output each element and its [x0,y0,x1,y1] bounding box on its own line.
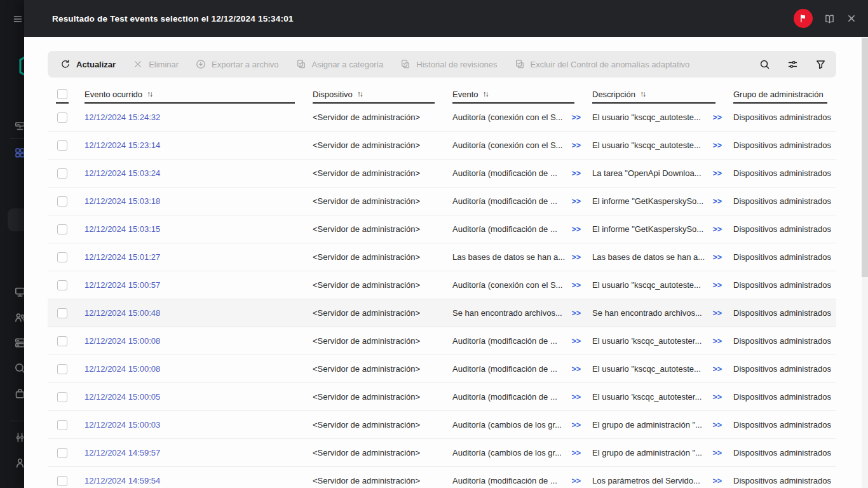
expand-description-link[interactable]: >> [707,281,722,290]
toolbar-button-excluir-del-control-de-anomalías-adaptativo[interactable]: Excluir del Control de anomalías adaptat… [515,59,690,69]
expand-description-link[interactable]: >> [707,253,722,262]
description-cell: El informe "GetKasperskySo...>> [583,196,724,206]
expand-event-link[interactable]: >> [566,449,581,458]
event-time-link[interactable]: 12/12/2024 15:24:32 [85,112,160,122]
event-time-link[interactable]: 12/12/2024 15:00:48 [85,308,160,318]
expand-event-link[interactable]: >> [566,281,581,290]
admin-group-cell: Dispositivos administrados [724,168,836,178]
filter-funnel-icon[interactable] [815,59,826,70]
scrollbar-track[interactable] [862,37,868,488]
column-header-descripción[interactable]: Descripción↑↓ [583,86,724,104]
expand-description-link[interactable]: >> [707,309,722,318]
event-time-link[interactable]: 12/12/2024 15:00:05 [85,392,160,402]
toolbar-button-label: Excluir del Control de anomalías adaptat… [531,60,690,69]
clipboard-check-icon [515,59,525,69]
description-cell: El usuario 'kscqc_autotester...>> [583,392,724,402]
expand-description-link[interactable]: >> [707,337,722,346]
expand-event-link[interactable]: >> [566,113,581,122]
expand-event-link[interactable]: >> [566,337,581,346]
row-checkbox[interactable] [57,448,67,458]
table-row: 12/12/2024 15:00:08<Servidor de administ… [48,327,836,355]
clipboard-check-icon [296,59,306,69]
event-cell: Auditoría (conexión con el S...>> [444,280,583,290]
close-icon[interactable] [846,13,857,24]
event-time-link[interactable]: 12/12/2024 15:00:08 [85,364,160,374]
column-label: Dispositivo [313,90,353,99]
event-cell: Las bases de datos se han a...>> [444,252,583,262]
event-time-link[interactable]: 12/12/2024 15:00:03 [85,420,160,430]
expand-event-link[interactable]: >> [566,225,581,234]
toolbar-button-eliminar[interactable]: Eliminar [133,59,179,69]
row-checkbox[interactable] [57,392,67,402]
row-checkbox[interactable] [57,252,67,262]
search-icon[interactable] [759,59,770,70]
scrollbar-thumb[interactable] [862,38,868,277]
event-time-link[interactable]: 12/12/2024 15:23:14 [85,140,160,150]
expand-description-link[interactable]: >> [707,225,722,234]
expand-description-link[interactable]: >> [707,169,722,178]
expand-description-link[interactable]: >> [707,421,722,430]
expand-description-link[interactable]: >> [707,197,722,206]
expand-description-link[interactable]: >> [707,365,722,374]
toolbar-button-asignar-a-categoría[interactable]: Asignar a categoría [296,59,384,69]
expand-description-link[interactable]: >> [707,449,722,458]
toolbar-button-actualizar[interactable]: Actualizar [60,59,116,69]
device-cell: <Servidor de administración> [304,308,444,318]
expand-event-link[interactable]: >> [566,421,581,430]
sidebar-item-menu[interactable] [13,14,23,24]
sort-arrows-icon: ↑↓ [640,90,645,98]
expand-event-link[interactable]: >> [566,393,581,402]
toolbar-button-exportar-a-archivo[interactable]: Exportar a archivo [196,59,279,69]
row-checkbox[interactable] [57,280,67,290]
event-time-link[interactable]: 12/12/2024 14:59:57 [85,448,160,458]
event-text: Auditoría (modificación de ... [452,476,557,485]
expand-description-link[interactable]: >> [707,141,722,150]
help-book-icon[interactable] [824,13,835,24]
expand-event-link[interactable]: >> [566,365,581,374]
settings-sliders-icon[interactable] [787,59,798,70]
event-time-link[interactable]: 12/12/2024 15:03:24 [85,168,160,178]
column-header-dispositivo[interactable]: Dispositivo↑↓ [304,86,444,104]
event-time-link[interactable]: 12/12/2024 15:00:57 [85,280,160,290]
expand-description-link[interactable]: >> [707,477,722,485]
event-time-link[interactable]: 12/12/2024 15:03:15 [85,224,160,234]
description-cell: Los parámetros del Servido...>> [583,476,724,485]
event-time-link[interactable]: 12/12/2024 14:59:54 [85,476,160,485]
notifications-flag-badge[interactable] [794,9,813,28]
event-time-cell: 12/12/2024 15:03:18 [75,196,304,206]
row-checkbox[interactable] [57,224,67,234]
column-header-evento[interactable]: Evento↑↓ [444,86,583,104]
event-time-link[interactable]: 12/12/2024 15:01:27 [85,252,160,262]
expand-event-link[interactable]: >> [566,253,581,262]
row-checkbox[interactable] [57,196,67,207]
expand-event-link[interactable]: >> [566,169,581,178]
expand-event-link[interactable]: >> [566,197,581,206]
expand-event-link[interactable]: >> [566,477,581,485]
event-cell: Auditoría (modificación de ...>> [444,476,583,485]
row-checkbox[interactable] [57,308,67,318]
help-book-icon [824,15,835,26]
event-time-link[interactable]: 12/12/2024 15:00:08 [85,336,160,346]
row-checkbox[interactable] [57,420,67,430]
expand-event-link[interactable]: >> [566,141,581,150]
expand-description-link[interactable]: >> [707,113,722,122]
row-checkbox[interactable] [57,112,67,123]
event-cell: Auditoría (modificación de ...>> [444,364,583,374]
column-header-grupo-de-administración[interactable]: Grupo de administración↑ [724,86,836,104]
description-text: Las bases de datos se han a... [592,252,705,262]
device-cell: <Servidor de administración> [304,112,444,122]
row-checkbox[interactable] [57,140,67,151]
row-checkbox[interactable] [57,364,67,374]
expand-event-link[interactable]: >> [566,309,581,318]
event-time-link[interactable]: 12/12/2024 15:03:18 [85,196,160,206]
select-all-checkbox[interactable] [57,89,67,99]
row-checkbox[interactable] [57,336,67,346]
row-checkbox[interactable] [57,168,67,179]
event-text: Auditoría (conexión con el S... [452,280,562,290]
toolbar-button-historial-de-revisiones[interactable]: Historial de revisiones [400,59,497,69]
column-header-evento-ocurrido[interactable]: Evento ocurrido↑↓ [75,86,304,104]
event-cell: Auditoría (modificación de ...>> [444,168,583,178]
row-checkbox[interactable] [57,476,67,486]
expand-description-link[interactable]: >> [707,393,722,402]
event-cell: Auditoría (conexión con el S...>> [444,112,583,122]
